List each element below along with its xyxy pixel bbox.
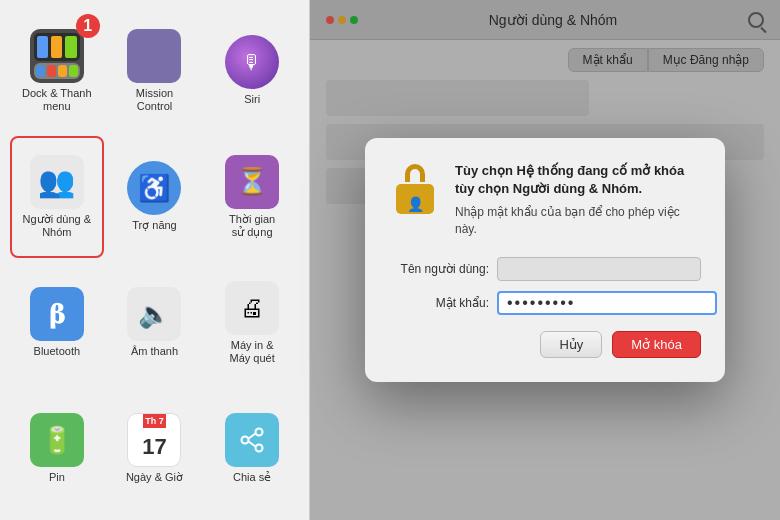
printer-label: Máy in &Máy quét (230, 339, 275, 365)
bluetooth-label: Bluetooth (34, 345, 80, 358)
modal-buttons: Hủy Mở khóa (389, 331, 701, 358)
modal-overlay: 👤 Tùy chọn Hệ thống đang cố mở khóa tùy … (310, 0, 780, 520)
modal-title: Tùy chọn Hệ thống đang cố mở khóa tùy ch… (455, 162, 701, 198)
sharing-label: Chia sẻ (233, 471, 271, 484)
sidebar-item-dock[interactable]: Dock & Thanh menu 1 (10, 10, 104, 132)
system-preferences-grid: Dock & Thanh menu 1 MissionControl 🎙 Sir… (0, 0, 310, 520)
sidebar-item-screentime[interactable]: ⏳ Thời giansử dụng (205, 136, 299, 258)
svg-point-2 (242, 437, 249, 444)
username-input[interactable] (497, 257, 701, 281)
battery-icon: 🔋 (30, 413, 84, 467)
sound-label: Âm thanh (131, 345, 178, 358)
sidebar-item-mission[interactable]: MissionControl (108, 10, 202, 132)
username-label: Tên người dùng: (389, 262, 489, 276)
svg-line-3 (249, 434, 256, 439)
dock-icon (30, 29, 84, 83)
sound-icon: 🔈 (127, 287, 181, 341)
dock-label: Dock & Thanh menu (14, 87, 100, 113)
svg-line-4 (249, 442, 256, 447)
screentime-icon: ⏳ (225, 155, 279, 209)
users-icon: 👥 (30, 155, 84, 209)
sidebar-item-accessibility[interactable]: ♿ Trợ năng (108, 136, 202, 258)
password-row: Mật khẩu: (389, 291, 701, 315)
unlock-button[interactable]: Mở khóa (612, 331, 701, 358)
bluetooth-icon: 𝛃 (30, 287, 84, 341)
step-badge-1: 1 (76, 14, 100, 38)
sidebar-item-battery[interactable]: 🔋 Pin (10, 388, 104, 510)
username-row: Tên người dùng: (389, 257, 701, 281)
screentime-label: Thời giansử dụng (229, 213, 275, 239)
sidebar-item-printer[interactable]: 🖨 Máy in &Máy quét (205, 262, 299, 384)
modal-header: 👤 Tùy chọn Hệ thống đang cố mở khóa tùy … (389, 162, 701, 238)
right-panel: Người dùng & Nhóm Mật khẩu Mục Đăng nhập… (310, 0, 780, 520)
battery-label: Pin (49, 471, 65, 484)
printer-icon: 🖨 (225, 281, 279, 335)
svg-point-0 (256, 429, 263, 436)
lock-icon: 👤 (389, 162, 441, 214)
users-label: Người dùng &Nhóm (23, 213, 91, 239)
unlock-modal: 👤 Tùy chọn Hệ thống đang cố mở khóa tùy … (365, 138, 725, 383)
datetime-icon: Th 7 17 (127, 413, 181, 467)
siri-label: Siri (244, 93, 260, 106)
sidebar-item-bluetooth[interactable]: 𝛃 Bluetooth (10, 262, 104, 384)
password-input[interactable] (497, 291, 717, 315)
sharing-icon (225, 413, 279, 467)
accessibility-icon: ♿ (127, 161, 181, 215)
siri-icon: 🎙 (225, 35, 279, 89)
mission-icon (127, 29, 181, 83)
accessibility-label: Trợ năng (132, 219, 177, 232)
modal-subtitle: Nhập mật khẩu của bạn để cho phép việc n… (455, 204, 701, 238)
mission-label: MissionControl (136, 87, 173, 113)
password-label: Mật khẩu: (389, 296, 489, 310)
cancel-button[interactable]: Hủy (540, 331, 602, 358)
svg-point-1 (256, 445, 263, 452)
sidebar-item-sharing[interactable]: Chia sẻ (205, 388, 299, 510)
datetime-label: Ngày & Giờ (126, 471, 183, 484)
sidebar-item-datetime[interactable]: Th 7 17 Ngày & Giờ (108, 388, 202, 510)
sidebar-item-users[interactable]: 👥 Người dùng &Nhóm (10, 136, 104, 258)
sidebar-item-siri[interactable]: 🎙 Siri (205, 10, 299, 132)
sidebar-item-sound[interactable]: 🔈 Âm thanh (108, 262, 202, 384)
modal-text: Tùy chọn Hệ thống đang cố mở khóa tùy ch… (455, 162, 701, 238)
